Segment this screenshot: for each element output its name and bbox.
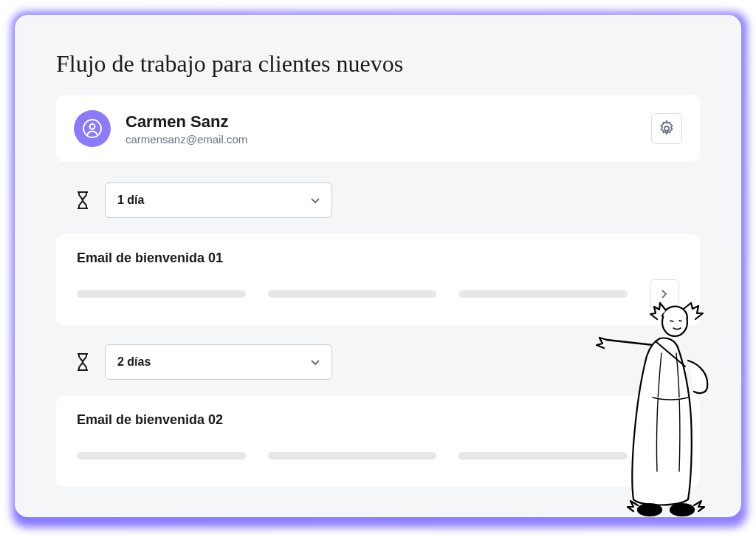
email-body bbox=[77, 279, 679, 309]
delay-value: 2 días bbox=[117, 355, 151, 369]
placeholder-bar bbox=[458, 290, 628, 298]
svg-point-5 bbox=[670, 504, 694, 516]
placeholder-bar bbox=[268, 452, 437, 460]
chevron-right-icon bbox=[662, 290, 667, 298]
page-title: Flujo de trabajo para clientes nuevos bbox=[56, 50, 700, 78]
workflow-card: Flujo de trabajo para clientes nuevos Ca… bbox=[15, 15, 741, 517]
contact-avatar bbox=[74, 110, 111, 147]
placeholder-bar bbox=[77, 452, 246, 460]
delay-select[interactable]: 1 día bbox=[105, 182, 332, 218]
email-card: Email de bienvenida 01 bbox=[56, 234, 700, 325]
svg-point-1 bbox=[90, 124, 95, 129]
email-card: Email de bienvenida 02 bbox=[56, 396, 700, 487]
gear-icon bbox=[658, 120, 676, 137]
contact-info: Carmen Sanz carmensanz@email.com bbox=[126, 112, 651, 146]
user-icon bbox=[83, 119, 102, 138]
email-body bbox=[77, 441, 679, 471]
hourglass-icon bbox=[74, 191, 92, 209]
expand-button[interactable] bbox=[650, 441, 679, 471]
svg-point-2 bbox=[664, 126, 669, 131]
hourglass-icon bbox=[74, 353, 92, 371]
delay-value: 1 día bbox=[117, 194, 144, 207]
contact-card: Carmen Sanz carmensanz@email.com bbox=[56, 95, 700, 162]
expand-button[interactable] bbox=[650, 279, 679, 309]
contact-name: Carmen Sanz bbox=[126, 112, 651, 132]
delay-row: 1 día bbox=[74, 182, 682, 218]
delay-select[interactable]: 2 días bbox=[105, 344, 332, 380]
placeholder-bar bbox=[458, 452, 628, 460]
contact-email: carmensanz@email.com bbox=[126, 133, 651, 146]
email-title: Email de bienvenida 01 bbox=[77, 250, 223, 266]
chevron-right-icon bbox=[662, 451, 667, 460]
placeholder-bar bbox=[268, 290, 437, 298]
chevron-down-icon bbox=[311, 355, 320, 369]
chevron-down-icon bbox=[311, 194, 320, 207]
svg-point-4 bbox=[638, 504, 662, 516]
placeholder-bar bbox=[77, 290, 246, 298]
settings-button[interactable] bbox=[651, 113, 682, 144]
email-title: Email de bienvenida 02 bbox=[77, 412, 223, 428]
delay-row: 2 días bbox=[74, 344, 682, 380]
